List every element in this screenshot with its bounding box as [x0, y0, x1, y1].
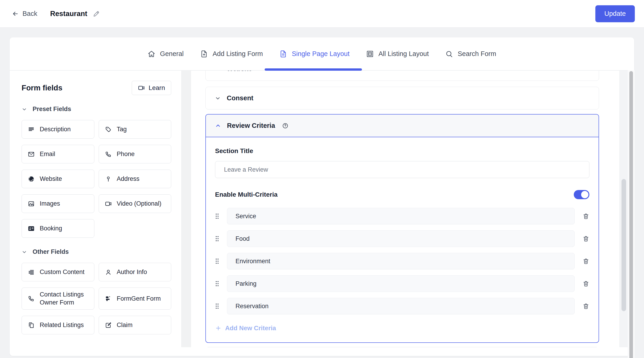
delete-criteria-button[interactable]	[582, 280, 590, 287]
question-circle-icon[interactable]	[282, 122, 288, 129]
field-tag[interactable]: Tag	[99, 120, 172, 138]
field-claim[interactable]: Claim	[99, 316, 172, 334]
tab-single-page-layout[interactable]: Single Page Layout	[279, 38, 350, 70]
delete-criteria-button[interactable]	[582, 258, 590, 264]
criteria-input[interactable]	[227, 276, 575, 292]
drag-handle-icon[interactable]	[215, 280, 219, 287]
drag-handle-icon[interactable]	[215, 235, 219, 242]
page-scrollbar-thumb[interactable]	[629, 71, 633, 358]
arrow-left-icon	[12, 10, 19, 17]
file-plus-icon	[200, 50, 208, 58]
criteria-input[interactable]	[227, 298, 575, 314]
consent-section-title: Consent	[227, 94, 254, 102]
video-camera-icon	[105, 200, 112, 207]
tab-all-listing-layout[interactable]: All Listing Layout	[366, 38, 429, 70]
delete-criteria-button[interactable]	[582, 303, 590, 310]
video-camera-icon	[138, 84, 145, 91]
image-icon	[28, 200, 35, 207]
update-button[interactable]: Update	[595, 5, 635, 22]
drag-handle-icon[interactable]	[215, 213, 219, 220]
settings-panel: General Add Listing Form Single Page Lay…	[10, 38, 634, 356]
form-fields-sidebar: Form fields Learn Preset Fields Descript	[10, 71, 181, 347]
criteria-input[interactable]	[227, 230, 575, 247]
custom-text-icon	[28, 269, 35, 276]
layout-panel-icon	[366, 50, 374, 58]
learn-button[interactable]: Learn	[132, 81, 171, 95]
back-label: Back	[22, 10, 37, 18]
criteria-input[interactable]	[227, 253, 575, 270]
field-email[interactable]: Email	[22, 145, 94, 164]
chevron-down-icon	[215, 95, 221, 101]
field-phone[interactable]: Phone	[99, 145, 172, 164]
criteria-list	[215, 208, 590, 314]
text-lines-icon	[28, 126, 35, 133]
review-criteria-header[interactable]: Review Criteria	[206, 114, 598, 137]
criteria-row	[215, 298, 590, 314]
field-address[interactable]: Address	[99, 170, 172, 188]
next-section-card[interactable]	[206, 347, 599, 347]
user-icon	[105, 269, 112, 276]
toggle-knob	[581, 191, 588, 198]
sidebar-title: Form fields	[22, 84, 62, 92]
map-pin-icon	[105, 176, 112, 182]
other-fields-toggle[interactable]: Other Fields	[22, 248, 171, 256]
preset-fields-toggle[interactable]: Preset Fields	[22, 106, 171, 113]
field-images[interactable]: Images	[22, 194, 94, 213]
chevron-up-icon	[215, 123, 221, 129]
section-title-input[interactable]	[215, 161, 590, 178]
page-title: Restaurant	[50, 10, 87, 18]
field-description[interactable]: Description	[22, 120, 94, 138]
formgent-logo-icon	[105, 295, 112, 302]
envelope-icon	[28, 151, 35, 158]
edit-square-icon	[105, 322, 112, 329]
chevron-down-icon	[22, 249, 27, 255]
multi-criteria-toggle[interactable]	[574, 190, 590, 199]
add-new-criteria-button[interactable]: Add New Criteria	[215, 324, 590, 332]
drag-handle-icon[interactable]	[215, 258, 219, 264]
tab-search-form[interactable]: Search Form	[445, 38, 496, 70]
website-section-card[interactable]: Website	[206, 71, 599, 81]
preset-fields-grid: Description Tag Email Phone Website	[22, 120, 171, 238]
edit-pencil-icon[interactable]	[93, 10, 100, 17]
back-button[interactable]: Back	[12, 10, 37, 18]
delete-criteria-button[interactable]	[582, 213, 590, 220]
layout-editor-content: Website Consent	[191, 71, 634, 347]
id-card-icon	[28, 225, 35, 232]
drag-handle-icon[interactable]	[215, 303, 219, 310]
field-related-listings[interactable]: Related Listings	[22, 316, 94, 334]
search-icon	[445, 50, 453, 58]
file-lines-icon	[279, 50, 287, 58]
field-video[interactable]: Video (Optional)	[99, 194, 172, 213]
field-website[interactable]: Website	[22, 170, 94, 188]
tag-icon	[105, 126, 112, 133]
criteria-row	[215, 230, 590, 247]
delete-criteria-button[interactable]	[582, 235, 590, 242]
field-formgent-form[interactable]: FormGent Form	[99, 288, 172, 310]
criteria-input[interactable]	[227, 208, 575, 224]
copy-icon	[28, 322, 35, 329]
review-criteria-section-card: Review Criteria Section Title Enable Mul…	[206, 114, 599, 343]
phone-icon	[105, 151, 112, 158]
field-booking[interactable]: Booking	[22, 219, 94, 238]
sidebar-scrollbar-track[interactable]	[181, 71, 191, 347]
tab-bar: General Add Listing Form Single Page Lay…	[10, 38, 634, 71]
home-icon	[148, 50, 156, 58]
chevron-down-icon	[215, 71, 221, 72]
field-author-info[interactable]: Author Info	[99, 263, 172, 281]
criteria-row	[215, 276, 590, 292]
globe-icon	[28, 176, 35, 182]
chevron-down-icon	[22, 106, 27, 112]
phone-icon	[28, 295, 35, 302]
tab-general[interactable]: General	[148, 38, 184, 70]
website-section-title: Website	[227, 71, 252, 72]
tab-add-listing-form[interactable]: Add Listing Form	[200, 38, 263, 70]
content-scrollbar-thumb[interactable]	[622, 179, 626, 311]
criteria-row	[215, 208, 590, 224]
field-contact-listings-owner[interactable]: Contact Listings Owner Form	[22, 288, 94, 310]
field-custom-content[interactable]: Custom Content	[22, 263, 94, 281]
enable-multi-criteria-label: Enable Multi-Criteria	[215, 191, 278, 198]
section-title-label: Section Title	[215, 147, 590, 155]
criteria-row	[215, 253, 590, 270]
consent-section-card[interactable]: Consent	[206, 87, 599, 110]
top-bar: Back Restaurant Update	[0, 0, 644, 28]
